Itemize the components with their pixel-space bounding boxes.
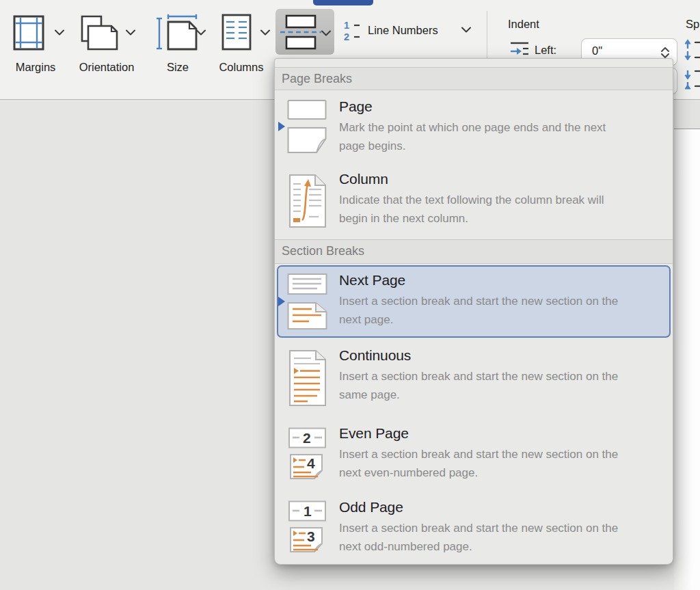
columns-label: Columns <box>213 59 269 75</box>
item-description: Insert a section break and start the new… <box>339 519 634 556</box>
line-numbers-icon: 1 2 <box>343 19 361 45</box>
orientation-label: Orientation <box>70 59 143 75</box>
spacing-group-label: Sp <box>686 18 699 31</box>
word-layout-ribbon-screen: Margins Orientation <box>0 0 700 590</box>
menu-top-strip <box>275 59 673 67</box>
item-title: Next Page <box>339 272 640 289</box>
svg-text:2: 2 <box>344 31 349 42</box>
chevron-down-icon <box>125 29 136 36</box>
indent-left-value: 0" <box>592 44 602 57</box>
chevron-down-icon <box>54 29 65 36</box>
item-description: Indicate that the text following the col… <box>339 191 634 228</box>
spacing-after-icon[interactable] <box>684 67 700 93</box>
columns-icon <box>221 14 252 53</box>
svg-text:1: 1 <box>344 20 349 31</box>
spacing-before-icon[interactable] <box>684 38 700 64</box>
item-marker-icon <box>278 297 285 306</box>
layout-tab-indicator[interactable] <box>313 0 373 5</box>
columns-button[interactable] <box>221 14 272 53</box>
item-description: Insert a section break and start the new… <box>339 292 634 329</box>
menu-item-odd-page[interactable]: 1 3 Odd Page Insert a section break and … <box>275 491 673 563</box>
svg-text:3: 3 <box>307 528 315 544</box>
margins-label: Margins <box>9 59 62 75</box>
item-title: Page <box>339 98 640 115</box>
item-description: Insert a section break and start the new… <box>339 445 634 482</box>
size-button[interactable] <box>156 14 208 53</box>
page-paper <box>674 129 700 590</box>
menu-item-next-page[interactable]: Next Page Insert a section break and sta… <box>275 264 673 339</box>
page-top-gap <box>674 100 700 129</box>
item-marker-icon <box>278 122 285 131</box>
menu-item-column[interactable]: Column Indicate that the text following … <box>275 163 673 239</box>
item-title: Column <box>339 171 640 187</box>
page-break-menu-icon <box>286 97 329 156</box>
orientation-button[interactable] <box>80 15 137 53</box>
document-page-edge <box>674 100 700 590</box>
svg-text:2: 2 <box>303 430 311 446</box>
menu-section-header-page-breaks: Page Breaks <box>275 67 673 90</box>
item-description: Insert a section break and start the new… <box>339 367 634 404</box>
breaks-button[interactable] <box>275 9 334 55</box>
chevron-down-icon <box>196 29 206 36</box>
line-numbers-button[interactable]: 1 2 Line Numbers <box>343 19 477 44</box>
svg-text:4: 4 <box>307 455 315 471</box>
indent-group-label: Indent <box>508 18 539 31</box>
margins-button[interactable] <box>13 15 68 53</box>
line-numbers-label: Line Numbers <box>368 24 438 37</box>
item-description: Mark the point at which one page ends an… <box>339 118 634 155</box>
menu-item-continuous[interactable]: Continuous Insert a section break and st… <box>275 339 673 417</box>
menu-item-page[interactable]: Page Mark the point at which one page en… <box>275 90 673 163</box>
svg-text:1: 1 <box>304 503 312 519</box>
even-page-menu-icon: 2 4 <box>286 427 329 481</box>
chevron-down-icon <box>260 29 271 36</box>
item-title: Odd Page <box>339 499 640 515</box>
breaks-dropdown-menu: Page Breaks Page Mark the point at which… <box>274 58 673 565</box>
orientation-icon <box>80 15 120 53</box>
item-title: Continuous <box>339 347 640 364</box>
chevron-down-icon <box>461 26 472 33</box>
column-break-menu-icon <box>286 174 329 228</box>
item-title: Even Page <box>339 425 640 442</box>
size-icon <box>156 14 200 53</box>
page-break-icon <box>280 14 322 53</box>
odd-page-menu-icon: 1 3 <box>286 500 329 554</box>
menu-section-header-section-breaks: Section Breaks <box>275 239 673 264</box>
indent-left-label: Left: <box>535 44 556 57</box>
menu-item-even-page[interactable]: 2 4 Even Page Insert a section break and… <box>275 417 673 491</box>
chevron-down-icon <box>321 29 332 37</box>
margins-icon <box>13 15 44 53</box>
next-page-menu-icon <box>286 273 329 330</box>
size-label: Size <box>152 59 204 75</box>
continuous-menu-icon <box>286 349 329 407</box>
